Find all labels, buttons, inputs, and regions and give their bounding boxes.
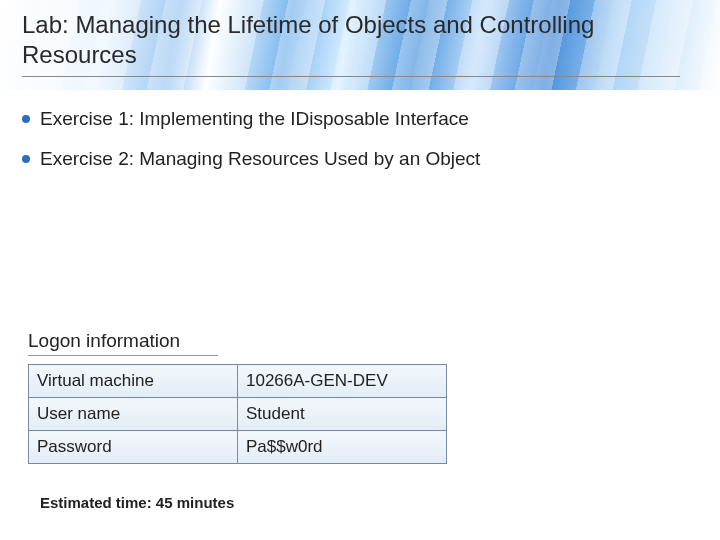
logon-label: Password [29,431,238,464]
content-area: Exercise 1: Implementing the IDisposable… [22,100,698,185]
table-row: Password Pa$$w0rd [29,431,447,464]
logon-heading: Logon information [28,330,218,356]
table-row: User name Student [29,398,447,431]
logon-value: Pa$$w0rd [238,431,447,464]
logon-label: Virtual machine [29,365,238,398]
logon-value: Student [238,398,447,431]
logon-value: 10266A-GEN-DEV [238,365,447,398]
exercise-item: Exercise 2: Managing Resources Used by a… [22,146,698,172]
exercise-list: Exercise 1: Implementing the IDisposable… [22,106,698,171]
table-row: Virtual machine 10266A-GEN-DEV [29,365,447,398]
estimated-time: Estimated time: 45 minutes [40,494,234,511]
slide-title: Lab: Managing the Lifetime of Objects an… [22,10,680,77]
exercise-item: Exercise 1: Implementing the IDisposable… [22,106,698,132]
logon-label: User name [29,398,238,431]
logon-table: Virtual machine 10266A-GEN-DEV User name… [28,364,447,464]
